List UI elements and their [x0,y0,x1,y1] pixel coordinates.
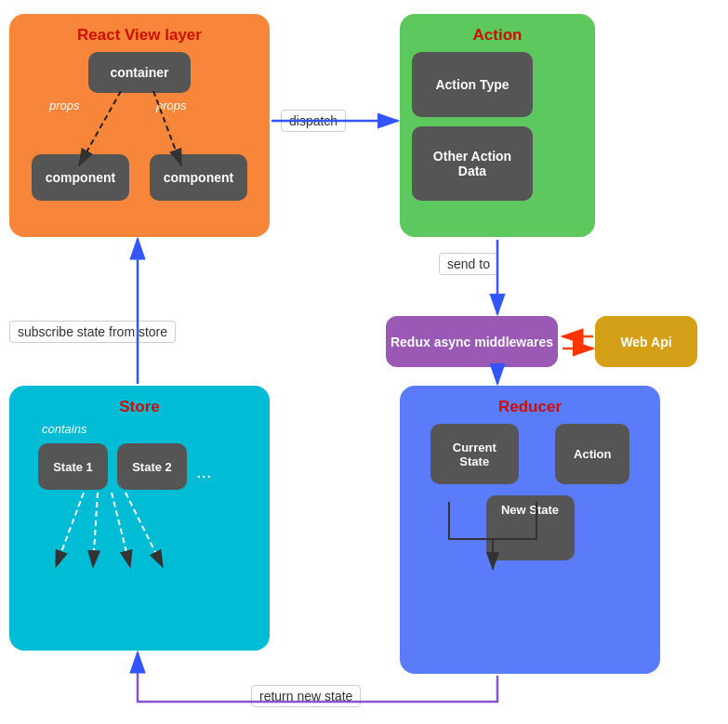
contains-label: contains [42,422,258,436]
webapi-box: Web Api [595,316,697,367]
state2-box: State 2 [117,443,187,490]
dispatch-label: dispatch [281,110,346,132]
component1-box: component [32,154,129,201]
store-title: Store [21,398,258,416]
action-box: Action Action Type Other Action Data [400,14,595,237]
current-state-box: Current State [430,424,519,484]
send-to-label: send to [439,253,498,275]
middleware-label: Redux async middlewares [390,335,553,349]
webapi-label: Web Api [620,335,671,349]
action-type-box: Action Type [412,52,533,117]
reducer-box: Reducer Current State Action New State [400,386,660,674]
props-right-label: props [156,99,187,112]
new-state-box: New State [486,495,575,560]
component2-box: component [150,154,247,201]
props-area: props props [21,99,258,145]
reducer-title: Reducer [412,398,648,416]
diagram: React View layer container props props c… [0,0,728,724]
reducer-action-box: Action [555,424,629,484]
components-row: component component [21,154,258,201]
store-box: Store contains State 1 State 2 ... [9,386,270,651]
ellipsis: ... [196,452,212,482]
action-title: Action [412,26,583,45]
container-box: container [88,52,191,93]
props-left-label: props [49,99,80,112]
middleware-box: Redux async middlewares [386,316,558,367]
state1-box: State 1 [38,443,108,490]
reducer-inner-row: Current State Action [412,424,648,484]
return-new-state-label: return new state [251,685,361,707]
react-view-title: React View layer [21,26,258,45]
state-row: State 1 State 2 ... [21,443,258,490]
react-view-box: React View layer container props props c… [9,14,270,237]
other-action-box: Other Action Data [412,126,533,201]
subscribe-label: subscribe state from store [9,321,176,343]
